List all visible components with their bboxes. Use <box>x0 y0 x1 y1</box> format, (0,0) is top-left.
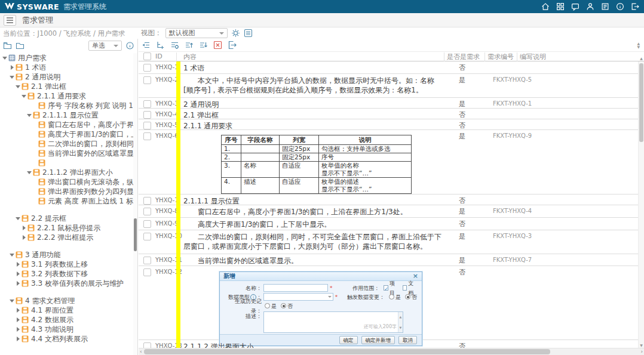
caret-right-icon[interactable] <box>21 234 27 240</box>
scroll-left-arrow[interactable]: ‹ <box>140 348 142 355</box>
table-row[interactable]: YHXQ-7 2.1.1.1 显示位置 否 <box>139 195 638 205</box>
expand-all-folder-icon[interactable] <box>3 41 12 50</box>
export-icon[interactable] <box>228 41 237 50</box>
tree-node[interactable]: 2.1.1 通用要求 <box>0 91 133 101</box>
table-row[interactable]: YHXQ-2 本文中，中括号中内容为平台插入的数据，数据显示时无中括号。如：名称… <box>139 74 638 98</box>
tree-node[interactable]: 序号 字段名称 列宽 说明 1. 固定25px 勾... <box>0 101 133 110</box>
tree-node[interactable]: 元素 高度 界面上边线 1 标题栏 28 内... <box>0 196 133 206</box>
move-up-icon[interactable] <box>185 41 194 50</box>
row-checkbox[interactable] <box>143 132 151 140</box>
row-checkbox[interactable] <box>143 233 151 240</box>
caret-down-icon[interactable] <box>15 215 21 221</box>
table-row[interactable]: YHXQ-8 窗口左右居中，高度小于界面1/3的窗口，上沿在界面上方1/3处。 … <box>139 205 638 218</box>
caret-right-icon[interactable] <box>15 271 21 277</box>
tree-node[interactable]: 高度大于界面1/3的窗口，上下居中显... <box>0 129 133 139</box>
view-list-icon[interactable] <box>244 29 253 38</box>
tree-node[interactable]: 4.1 界面位置 <box>0 305 133 315</box>
row-checkbox[interactable] <box>143 257 151 264</box>
tree-node[interactable]: 3.1 列表数据上移 <box>0 260 133 269</box>
tree-node[interactable]: 2 通用说明 <box>0 72 133 82</box>
tree-scrollbar-thumb[interactable] <box>134 218 137 251</box>
caret-right-icon[interactable] <box>15 261 21 267</box>
tree-node[interactable]: 2.1.1.1 显示位置 <box>0 110 133 120</box>
collapse-all-folder-icon[interactable] <box>16 41 24 50</box>
scroll-right-arrow[interactable]: › <box>640 348 643 355</box>
caret-down-icon[interactable] <box>21 93 27 99</box>
table-row[interactable]: YHXQ-5 2.1.1 通用要求 否 <box>139 119 638 130</box>
row-checkbox[interactable] <box>143 268 151 276</box>
tree-node[interactable]: 4.4 文档列表展示 <box>0 334 133 344</box>
caret-right-icon[interactable] <box>15 317 21 323</box>
insert-sibling-icon[interactable] <box>142 41 151 50</box>
tree-node[interactable]: 3.2 列表数据下移 <box>0 269 133 279</box>
column-header-isreq[interactable]: 是否是需求 <box>444 53 484 61</box>
tree-node[interactable]: 3 通用功能 <box>0 250 133 260</box>
message-icon[interactable] <box>571 2 579 11</box>
row-checkbox[interactable] <box>143 111 151 119</box>
column-header-note[interactable]: 编写说明 <box>517 53 559 61</box>
home-icon[interactable] <box>541 2 550 11</box>
tree-node[interactable]: 2.2.2 弹出框提示 <box>0 233 133 242</box>
tree-node[interactable]: 2.2 提示框 <box>0 214 133 223</box>
tree-info-icon[interactable] <box>125 41 134 50</box>
view-select[interactable]: 默认视图 <box>165 28 228 38</box>
tree-node[interactable]: 4 需求文档管理 <box>0 296 133 305</box>
table-row[interactable]: YHXQ-9 高度大于界面1/3的窗口，上下居中显示。 否 <box>139 218 638 230</box>
table-row[interactable]: YHXQ-13 2.1.1.2 弹出界面大小 否 <box>139 340 638 348</box>
tree-node[interactable]: 当前弹出窗外的区域遮罩显示。 <box>0 149 133 158</box>
list-settings-icon[interactable] <box>170 41 179 50</box>
caret-down-icon[interactable] <box>26 169 32 175</box>
scroll-up-arrow[interactable]: ▲ <box>639 56 644 61</box>
tree-node[interactable] <box>0 158 133 168</box>
column-header-reqno[interactable]: 需求编号 <box>484 53 517 61</box>
exit-icon[interactable] <box>631 2 639 11</box>
row-checkbox[interactable] <box>143 342 151 348</box>
tree-scrollbar[interactable] <box>133 53 137 355</box>
caret-right-icon[interactable] <box>15 280 21 286</box>
row-checkbox[interactable] <box>143 220 151 228</box>
caret-right-icon[interactable] <box>15 307 21 313</box>
table-row[interactable]: YHXQ-10 二次弹出的窗口，原则相同，同时，不可完全盖住下层窗口，界面上沿低… <box>139 230 638 254</box>
apps-icon[interactable] <box>556 2 565 11</box>
caret-down-icon[interactable] <box>9 298 15 304</box>
tree-node[interactable]: 2.1 弹出框 <box>0 82 133 91</box>
caret-right-icon[interactable] <box>15 326 21 332</box>
caret-down-icon[interactable] <box>9 74 15 80</box>
table-row[interactable]: YHXQ-4 2.1 弹出框 否 <box>139 109 638 119</box>
delete-icon[interactable] <box>213 41 222 50</box>
table-row[interactable]: YHXQ-1 1 术语 否 <box>139 61 638 74</box>
row-checkbox[interactable] <box>143 64 151 72</box>
caret-down-icon[interactable] <box>9 252 15 258</box>
tree-node[interactable]: 弹出界面按列数分为四列显示和双列... <box>0 187 133 196</box>
column-header-content[interactable]: 内容 <box>176 53 444 61</box>
tree-node[interactable]: 4.3 功能说明 <box>0 325 133 334</box>
table-row[interactable]: YHXQ-12 新增 × 名称： * 作用范围： 项目 文 <box>139 266 638 340</box>
vertical-scrollbar-thumb[interactable] <box>639 63 643 142</box>
tree-node[interactable]: 二次弹出的窗口，原则相同，同时，... <box>0 139 133 149</box>
tree-node[interactable]: 1 术语 <box>0 63 133 72</box>
row-checkbox[interactable] <box>143 197 151 205</box>
caret-right-icon[interactable] <box>15 336 21 342</box>
view-settings-gear-icon[interactable] <box>231 29 240 38</box>
column-header-id[interactable]: ID <box>155 53 176 60</box>
row-checkbox[interactable] <box>143 100 151 108</box>
row-checkbox[interactable] <box>143 76 151 84</box>
menu-hamburger-icon[interactable] <box>4 15 16 26</box>
row-checkbox[interactable] <box>143 208 151 215</box>
tree-mode-select[interactable]: 单选 <box>88 41 122 51</box>
table-row[interactable]: YHXQ-3 2 通用说明 是 FKXT-YHXQ-1 <box>139 98 638 109</box>
caret-down-icon[interactable] <box>2 55 8 61</box>
tree-node[interactable]: 窗口左右居中，高度小于界面1/3的窗... <box>0 120 133 129</box>
table-row[interactable]: YHXQ-6 序号 字段名称 列宽 说明 1. 固定25px 勾选框；支持单选或… <box>139 130 638 195</box>
vertical-scrollbar[interactable]: ▲ ▼ <box>638 61 644 348</box>
caret-down-icon[interactable] <box>15 84 21 89</box>
move-down-icon[interactable] <box>199 41 208 50</box>
tree-node[interactable]: 3.3 枚举值列表的展示与维护 <box>0 279 133 288</box>
table-row[interactable]: YHXQ-11 当前弹出窗外的区域遮罩显示。 是 FKXT-YHXQ-7 <box>139 254 638 266</box>
tree-node[interactable]: 2.1.1.2 弹出界面大小 <box>0 168 133 177</box>
info-icon[interactable] <box>616 2 624 11</box>
caret-down-icon[interactable] <box>26 112 32 118</box>
horizontal-scrollbar-thumb[interactable] <box>144 349 550 354</box>
tree-node-root[interactable]: 用户需求 <box>0 53 133 63</box>
caret-right-icon[interactable] <box>9 64 15 70</box>
